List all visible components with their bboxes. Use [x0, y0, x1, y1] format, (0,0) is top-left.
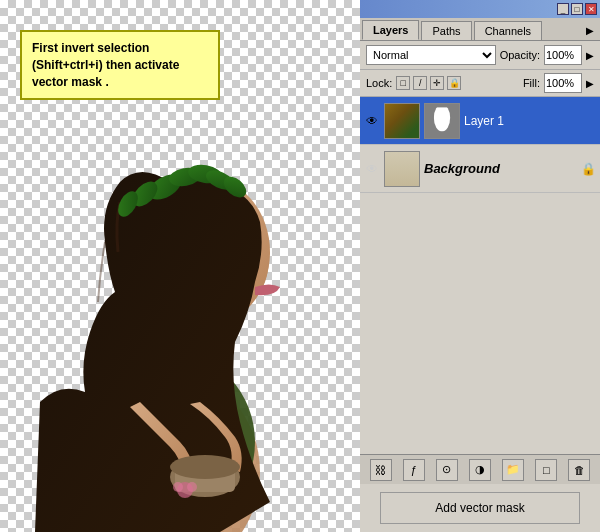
close-button[interactable]: ✕ — [585, 3, 597, 15]
delete-layer-btn[interactable]: 🗑 — [568, 459, 590, 481]
tab-channels[interactable]: Channels — [474, 21, 542, 40]
tab-paths[interactable]: Paths — [421, 21, 471, 40]
tooltip-text: First invert selection (Shift+ctrl+i) th… — [32, 41, 179, 89]
background-thumbnail — [384, 151, 420, 187]
fill-label: Fill: — [523, 77, 540, 89]
panel-title-bar: _ □ ✕ — [360, 0, 600, 18]
adjustment-btn[interactable]: ◑ — [469, 459, 491, 481]
blend-opacity-controls: Normal Opacity: ▶ — [360, 41, 600, 70]
svg-point-22 — [187, 482, 197, 492]
lock-label: Lock: — [366, 77, 392, 89]
background-visibility[interactable]: 👁 — [364, 161, 380, 177]
layer1-visibility[interactable]: 👁 — [364, 113, 380, 129]
svg-point-21 — [173, 482, 183, 492]
background-name: Background — [424, 161, 577, 176]
add-mask-btn[interactable]: ⊙ — [436, 459, 458, 481]
tooltip-box: First invert selection (Shift+ctrl+i) th… — [20, 30, 220, 100]
layer1-thumbnail — [384, 103, 420, 139]
new-layer-btn[interactable]: □ — [535, 459, 557, 481]
fill-input[interactable] — [544, 73, 582, 93]
svg-point-19 — [170, 455, 240, 479]
lock-paint-btn[interactable]: / — [413, 76, 427, 90]
lock-all-btn[interactable]: 🔒 — [447, 76, 461, 90]
layer1-mask-image — [425, 104, 459, 138]
canvas-area: First invert selection (Shift+ctrl+i) th… — [0, 0, 360, 532]
layers-toolbar: ⛓ ƒ ⊙ ◑ 📁 □ 🗑 — [360, 454, 600, 484]
layer1-thumb-image — [385, 104, 419, 138]
lock-row: Lock: □ / ✛ 🔒 Fill: ▶ — [360, 70, 600, 97]
lock-move-btn[interactable]: ✛ — [430, 76, 444, 90]
fill-arrow[interactable]: ▶ — [586, 78, 594, 89]
add-vector-mask-label: Add vector mask — [380, 492, 580, 524]
lock-icons: □ / ✛ 🔒 — [396, 76, 461, 90]
layer-style-btn[interactable]: ƒ — [403, 459, 425, 481]
maximize-button[interactable]: □ — [571, 3, 583, 15]
panel-menu-arrow[interactable]: ▶ — [582, 23, 598, 38]
lock-transparent-btn[interactable]: □ — [396, 76, 410, 90]
background-lock-icon: 🔒 — [581, 162, 596, 176]
background-thumb-image — [385, 152, 419, 186]
layers-panel: _ □ ✕ Layers Paths Channels ▶ Normal Opa… — [360, 0, 600, 532]
blend-mode-select[interactable]: Normal — [366, 45, 496, 65]
link-layers-btn[interactable]: ⛓ — [370, 459, 392, 481]
opacity-input[interactable] — [544, 45, 582, 65]
layer1-name: Layer 1 — [464, 114, 596, 128]
minimize-button[interactable]: _ — [557, 3, 569, 15]
layer-item-background[interactable]: 👁 Background 🔒 — [360, 145, 600, 193]
panel-tabs: Layers Paths Channels ▶ — [360, 18, 600, 41]
layer1-mask-thumbnail — [424, 103, 460, 139]
opacity-label: Opacity: — [500, 49, 540, 61]
opacity-arrow[interactable]: ▶ — [586, 50, 594, 61]
tab-layers[interactable]: Layers — [362, 20, 419, 40]
new-group-btn[interactable]: 📁 — [502, 459, 524, 481]
layer-item-layer1[interactable]: 👁 Layer 1 — [360, 97, 600, 145]
layers-list: 👁 Layer 1 👁 Background 🔒 — [360, 97, 600, 454]
